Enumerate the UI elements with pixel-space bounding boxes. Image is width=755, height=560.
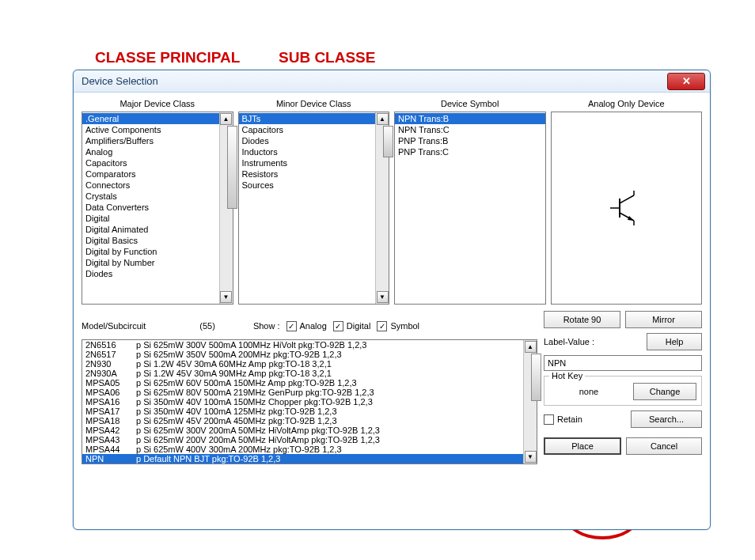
place-button[interactable]: Place: [544, 437, 621, 455]
scroll-up-icon[interactable]: ▲: [377, 113, 389, 125]
cancel-button[interactable]: Cancel: [626, 437, 702, 455]
column-symbol: Device Symbol NPN Trans:BNPN Trans:CPNP …: [394, 99, 546, 305]
svg-line-2: [620, 195, 634, 203]
list-item[interactable]: BJTs: [239, 113, 376, 124]
list-item[interactable]: Digital by Number: [82, 257, 219, 268]
list-item[interactable]: .General: [82, 113, 219, 124]
column-minor-title: Minor Device Class: [238, 99, 390, 108]
annotation-sub-classe: SUB CLASSE: [279, 49, 375, 66]
list-item[interactable]: Resistors: [239, 168, 376, 180]
search-button[interactable]: Search...: [631, 411, 702, 428]
right-controls: Rotate 90 Mirror Label-Value : Help Hot …: [544, 311, 702, 464]
list-item[interactable]: Diodes: [239, 135, 376, 146]
major-scrollbar[interactable]: ▲ ▼: [219, 112, 233, 304]
device-selection-window: Device Selection ✕ Major Device Class .G…: [73, 70, 711, 530]
retain-label: Retain: [557, 414, 582, 424]
major-listbox[interactable]: .GeneralActive ComponentsAmplifiers/Buff…: [82, 112, 233, 305]
change-hotkey-button[interactable]: Change: [633, 383, 696, 400]
table-row[interactable]: MPSA18p Si 625mW 45V 200mA 450MHz pkg:TO…: [82, 416, 523, 426]
list-item[interactable]: Digital: [82, 213, 219, 224]
table-row[interactable]: 2N930p Si 1.2W 45V 30mA 60MHz Amp pkg:TO…: [82, 359, 523, 369]
mirror-button[interactable]: Mirror: [625, 311, 702, 328]
list-item[interactable]: NPN Trans:B: [395, 113, 545, 124]
analog-checkbox[interactable]: ✓Analog: [286, 321, 327, 331]
minor-listbox[interactable]: BJTsCapacitorsDiodesInductorsInstruments…: [238, 112, 390, 305]
table-row[interactable]: 2N6516p Si 625mW 300V 500mA 100MHz HiVol…: [82, 340, 523, 350]
list-item[interactable]: Crystals: [82, 191, 219, 202]
window-title: Device Selection: [82, 75, 158, 87]
column-major-title: Major Device Class: [82, 99, 233, 108]
window-content: Major Device Class .GeneralActive Compon…: [74, 93, 710, 471]
symbol-checkbox[interactable]: ✓Symbol: [377, 321, 419, 331]
symbol-preview: [551, 112, 703, 305]
column-symbol-title: Device Symbol: [394, 99, 546, 108]
analog-check-label: Analog: [300, 321, 327, 331]
npn-transistor-icon: [607, 189, 645, 227]
list-item[interactable]: Diodes: [82, 268, 219, 279]
annotation-classe-principal: CLASSE PRINCIPAL: [95, 49, 240, 66]
label-value-label: Label-Value :: [544, 337, 640, 346]
table-row[interactable]: 2N930Ap Si 1.2W 45V 30mA 90MHz Amp pkg:T…: [82, 369, 523, 378]
svg-marker-6: [628, 216, 634, 221]
filter-row: Model/Subcircuit (55) Show : ✓Analog ✓Di…: [82, 317, 537, 335]
list-item[interactable]: Connectors: [82, 180, 219, 191]
table-row[interactable]: MPSA17p Si 350mW 40V 100mA 125MHz pkg:TO…: [82, 407, 523, 416]
scroll-down-icon[interactable]: ▼: [377, 291, 389, 303]
list-item[interactable]: PNP Trans:C: [395, 146, 545, 157]
label-value-field[interactable]: [544, 355, 702, 371]
list-item[interactable]: Data Converters: [82, 202, 219, 213]
column-minor: Minor Device Class BJTsCapacitorsDiodesI…: [238, 99, 390, 305]
list-item[interactable]: Inductors: [239, 146, 376, 157]
list-item[interactable]: Amplifiers/Buffers: [82, 135, 219, 146]
model-count: (55): [199, 321, 215, 331]
model-subcircuit-label: Model/Subcircuit: [82, 321, 146, 331]
help-button[interactable]: Help: [647, 333, 702, 350]
details-scrollbar[interactable]: ▲ ▼: [523, 340, 537, 464]
hotkey-fieldset: Hot Key none Change: [544, 376, 702, 406]
table-row[interactable]: MPSA44p Si 625mW 400V 300mA 200MHz pkg:T…: [82, 445, 523, 454]
list-item[interactable]: Capacitors: [82, 157, 219, 168]
digital-check-label: Digital: [347, 321, 371, 331]
minor-scrollbar[interactable]: ▲ ▼: [375, 112, 389, 304]
rotate-90-button[interactable]: Rotate 90: [544, 311, 620, 328]
list-item[interactable]: Digital by Function: [82, 246, 219, 257]
scroll-down-icon[interactable]: ▼: [220, 291, 232, 303]
list-item[interactable]: Comparators: [82, 168, 219, 180]
table-row[interactable]: MPSA42p Si 625mW 300V 200mA 50MHz HiVolt…: [82, 426, 523, 435]
list-item[interactable]: Instruments: [239, 157, 376, 168]
digital-checkbox[interactable]: ✓Digital: [333, 321, 371, 331]
hotkey-value: none: [549, 387, 628, 396]
hotkey-legend: Hot Key: [549, 371, 585, 380]
scroll-up-icon[interactable]: ▲: [220, 113, 232, 125]
symbol-check-label: Symbol: [390, 321, 419, 331]
retain-checkbox[interactable]: Retain: [544, 411, 626, 428]
symbol-listbox[interactable]: NPN Trans:BNPN Trans:CPNP Trans:BPNP Tra…: [394, 112, 546, 305]
table-row[interactable]: MPSA43p Si 625mW 200V 200mA 50MHz HiVolt…: [82, 435, 523, 445]
table-row[interactable]: NPNp Default NPN BJT pkg:TO-92B 1,2,3: [82, 454, 523, 464]
column-analog: Analog Only Device: [551, 99, 703, 305]
scroll-up-icon[interactable]: ▲: [525, 341, 537, 353]
table-row[interactable]: MPSA16p Si 350mW 40V 100mA 150MHz Choppe…: [82, 397, 523, 407]
close-icon: ✕: [682, 75, 691, 87]
show-label: Show :: [253, 321, 280, 331]
top-columns: Major Device Class .GeneralActive Compon…: [82, 99, 702, 305]
list-item[interactable]: Analog: [82, 146, 219, 157]
column-analog-title: Analog Only Device: [551, 99, 703, 108]
column-major: Major Device Class .GeneralActive Compon…: [82, 99, 233, 305]
list-item[interactable]: Digital Animated: [82, 224, 219, 235]
list-item[interactable]: Digital Basics: [82, 235, 219, 246]
list-item[interactable]: PNP Trans:B: [395, 135, 545, 146]
list-item[interactable]: Capacitors: [239, 124, 376, 135]
scroll-down-icon[interactable]: ▼: [525, 451, 537, 463]
details-listbox[interactable]: 2N6516p Si 625mW 300V 500mA 100MHz HiVol…: [82, 339, 537, 464]
list-item[interactable]: Sources: [239, 180, 376, 191]
table-row[interactable]: 2N6517p Si 625mW 350V 500mA 200MHz pkg:T…: [82, 350, 523, 359]
table-row[interactable]: MPSA05p Si 625mW 60V 500mA 150MHz Amp pk…: [82, 378, 523, 388]
close-button[interactable]: ✕: [667, 73, 705, 90]
list-item[interactable]: Active Components: [82, 124, 219, 135]
titlebar: Device Selection ✕: [74, 70, 710, 93]
list-item[interactable]: NPN Trans:C: [395, 124, 545, 135]
table-row[interactable]: MPSA06p Si 625mW 80V 500mA 219MHz GenPur…: [82, 388, 523, 397]
